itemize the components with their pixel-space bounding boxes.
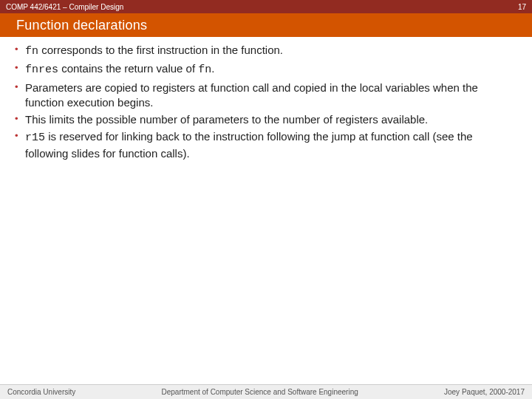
list-item: fnres contains the return value of fn. bbox=[15, 61, 517, 78]
bullet-text: This limits the possible number of param… bbox=[25, 113, 428, 126]
bullet-text: corresponds to the first instruction in … bbox=[38, 44, 283, 56]
code-token: r15 bbox=[25, 132, 45, 144]
list-item: This limits the possible number of param… bbox=[15, 112, 517, 127]
page-number: 17 bbox=[518, 3, 526, 11]
footer-bar: Concordia University Department of Compu… bbox=[0, 384, 532, 399]
bullet-text: . bbox=[211, 62, 214, 75]
bullet-text: is reserved for linking back to the inst… bbox=[25, 130, 473, 159]
bullet-list: fn corresponds to the first instruction … bbox=[15, 43, 517, 161]
slide-title: Function declarations bbox=[16, 18, 147, 33]
list-item: Parameters are copied to registers at fu… bbox=[15, 81, 517, 111]
list-item: r15 is reserved for linking back to the … bbox=[15, 129, 517, 161]
code-token: fnres bbox=[25, 64, 58, 76]
bullet-text: Parameters are copied to registers at fu… bbox=[25, 81, 478, 109]
slide-title-bar: Function declarations bbox=[0, 13, 532, 37]
footer-left: Concordia University bbox=[7, 388, 75, 396]
top-bar: COMP 442/6421 – Compiler Design 17 bbox=[0, 0, 532, 13]
code-token: fn bbox=[198, 64, 211, 76]
course-code: COMP 442/6421 – Compiler Design bbox=[6, 3, 123, 11]
slide-content: fn corresponds to the first instruction … bbox=[0, 37, 532, 161]
footer-right: Joey Paquet, 2000-2017 bbox=[444, 388, 525, 396]
code-token: fn bbox=[25, 45, 38, 58]
footer-center: Department of Computer Science and Softw… bbox=[162, 388, 358, 396]
list-item: fn corresponds to the first instruction … bbox=[15, 43, 517, 59]
bullet-text: contains the return value of bbox=[58, 62, 198, 75]
